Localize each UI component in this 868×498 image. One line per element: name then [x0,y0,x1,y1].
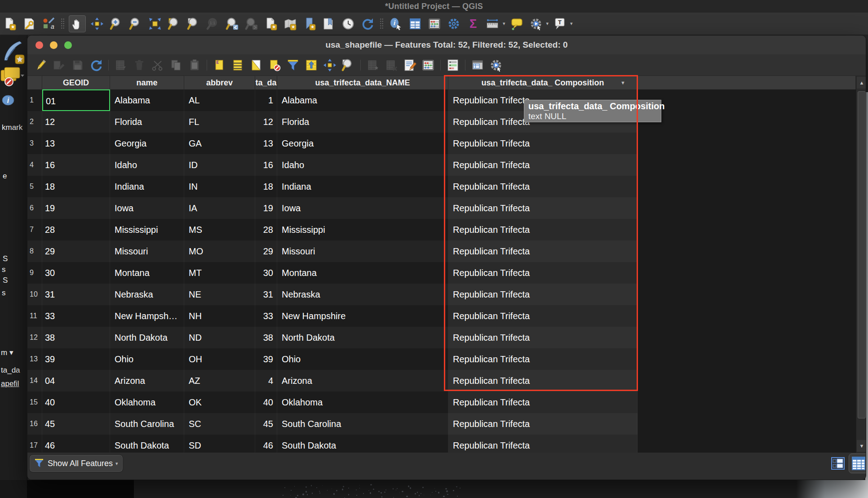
identify-features-icon[interactable]: i [388,16,404,32]
table-cell[interactable]: Republican Trifecta [448,154,638,176]
row-number[interactable]: 8 [27,240,42,262]
table-cell[interactable]: Arizona [277,370,448,391]
table-cell[interactable]: Republican Trifecta [448,391,638,413]
select-by-expression-icon[interactable]: ε [212,58,226,72]
toggle-editing-icon[interactable] [34,58,48,72]
zoom-to-layer-icon[interactable] [166,16,182,32]
row-number[interactable]: 7 [27,219,42,240]
table-cell[interactable]: 29 [255,240,277,262]
table-cell[interactable]: 28 [42,219,110,240]
scrollbar-thumb[interactable] [858,91,866,418]
table-cell[interactable]: 46 [42,435,110,453]
table-cell[interactable]: Missouri [277,240,448,262]
measure-line-icon[interactable] [484,16,500,32]
row-number[interactable]: 16 [27,413,42,435]
table-cell[interactable]: IN [184,176,255,197]
row-number[interactable]: 1 [27,89,42,111]
new-layout-icon[interactable] [2,16,18,32]
table-cell[interactable]: Republican Trifecta [448,348,638,370]
table-cell[interactable]: 13 [255,133,277,154]
table-cell[interactable]: Republican Trifecta [448,327,638,348]
table-cell[interactable]: 30 [42,262,110,284]
zoom-out-icon[interactable] [128,16,144,32]
table-cell[interactable]: 33 [42,305,110,327]
row-number[interactable]: 3 [27,133,42,154]
table-cell[interactable]: Idaho [277,154,448,176]
table-cell[interactable]: GA [184,133,255,154]
table-cell[interactable]: South Carolina [277,413,448,435]
table-cell[interactable]: New Hampshire [277,305,448,327]
table-cell[interactable]: 29 [42,240,110,262]
table-cell[interactable]: Republican Trifecta [448,413,638,435]
table-cell[interactable]: SD [184,435,255,453]
table-cell[interactable]: Oklahoma [277,391,448,413]
row-number[interactable]: 10 [27,284,42,305]
scroll-down-button[interactable]: ▼ [857,440,866,452]
column-header-geoid[interactable]: GEOID [42,76,110,89]
row-number[interactable]: 14 [27,370,42,391]
table-cell[interactable]: 04 [42,370,110,391]
pan-map-icon[interactable] [69,15,86,32]
deselect-all-icon[interactable] [267,58,282,72]
row-number[interactable]: 6 [27,197,42,219]
table-cell[interactable]: Republican Trifecta [448,219,638,240]
table-cell[interactable]: Alabama [110,89,184,111]
table-cell[interactable]: SC [184,413,255,435]
sort-desc-icon[interactable]: ▼ [620,76,625,89]
chevron-down-icon[interactable]: ▾ [503,21,505,27]
pan-to-selected-icon[interactable] [323,58,337,72]
zoom-in-icon[interactable] [108,16,124,32]
table-cell[interactable]: 28 [255,219,277,240]
table-cell[interactable]: ND [184,327,255,348]
table-cell[interactable]: 30 [255,262,277,284]
table-cell[interactable]: Mississippi [277,219,448,240]
table-cell[interactable]: Alabama [277,89,448,111]
table-cell[interactable]: North Dakota [110,327,184,348]
dock-attribute-table-icon[interactable] [470,58,485,72]
zoom-last-icon[interactable] [224,16,240,32]
table-cell[interactable]: 40 [255,391,277,413]
table-cell[interactable]: MO [184,240,255,262]
table-cell[interactable]: 4 [255,370,277,391]
field-calculator-icon[interactable] [403,58,417,72]
row-number[interactable]: 5 [27,176,42,197]
statistics-icon[interactable] [421,58,435,72]
pan-to-selection-icon[interactable] [89,16,105,32]
select-all-icon[interactable] [230,58,245,72]
table-cell[interactable]: New Hampsh… [110,305,184,327]
table-cell[interactable]: Republican Trifecta [448,197,638,219]
column-header-rownum[interactable] [27,76,42,89]
refresh-map-icon[interactable] [359,16,376,32]
row-number[interactable]: 11 [27,305,42,327]
layer-styling-icon[interactable]: a [40,16,57,32]
table-cell[interactable]: NH [184,305,255,327]
table-cell[interactable]: 39 [42,348,110,370]
table-cell[interactable]: OK [184,391,255,413]
conditional-formatting-icon[interactable] [446,58,460,72]
table-cell[interactable]: Republican Trifecta [448,305,638,327]
table-cell[interactable]: Georgia [110,133,184,154]
table-cell[interactable]: 40 [42,391,110,413]
table-cell[interactable]: Indiana [110,176,184,197]
table-cell[interactable]: ID [184,154,255,176]
column-header-name[interactable]: name [110,76,184,89]
row-number[interactable]: 15 [27,391,42,413]
zoom-full-icon[interactable] [147,16,163,32]
zoom-to-selected-icon[interactable] [341,58,355,72]
open-attribute-table-icon[interactable] [407,16,423,32]
move-selection-to-top-icon[interactable] [304,58,319,72]
statistical-summary-icon[interactable] [426,16,443,32]
table-cell[interactable]: Florida [110,111,184,133]
column-header-ta_da[interactable]: ta_da [255,76,277,89]
table-cell[interactable]: 38 [42,327,110,348]
project-properties-icon[interactable] [21,16,37,32]
chevron-down-icon[interactable]: ▾ [570,21,573,27]
column-header-usa_trifecta_data_composition[interactable]: usa_trifecta_data_ Composition▼ [448,76,638,89]
table-cell[interactable]: 01 [42,89,110,111]
show-spatial-bookmarks-icon[interactable] [321,16,337,32]
row-number[interactable]: 4 [27,154,42,176]
table-cell[interactable]: Republican Trifecta [448,176,638,197]
table-cell[interactable]: NE [184,284,255,305]
table-cell[interactable]: Indiana [277,176,448,197]
table-cell[interactable]: Iowa [110,197,184,219]
